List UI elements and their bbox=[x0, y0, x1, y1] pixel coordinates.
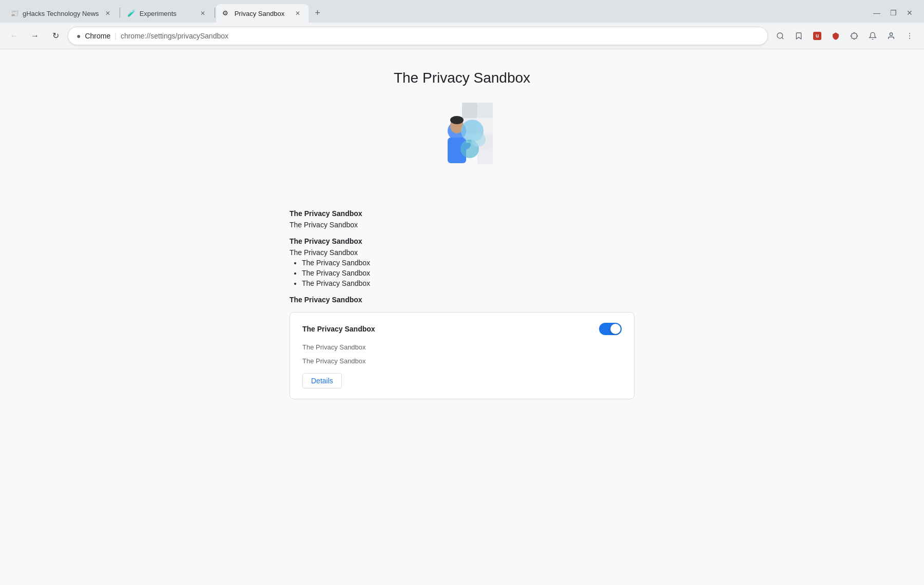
svg-rect-10 bbox=[477, 149, 493, 164]
list-item-2: The Privacy Sandbox bbox=[302, 269, 634, 277]
search-button[interactable] bbox=[772, 28, 788, 44]
details-button[interactable]: Details bbox=[302, 373, 342, 388]
reload-button[interactable]: ↻ bbox=[47, 28, 64, 44]
toolbar-icons: u bbox=[772, 28, 918, 44]
section-heading-2: The Privacy Sandbox bbox=[290, 237, 634, 245]
more-menu-button[interactable] bbox=[901, 28, 918, 44]
tab-privacy-sandbox[interactable]: ⚙ Privacy Sandbox ✕ bbox=[216, 4, 309, 23]
svg-point-3 bbox=[909, 35, 910, 36]
close-button[interactable]: ✕ bbox=[903, 7, 916, 19]
settings-card-desc-2: The Privacy Sandbox bbox=[302, 357, 622, 365]
tab-title-ghacks: gHacks Technology News bbox=[23, 10, 99, 17]
section-heading-3: The Privacy Sandbox bbox=[290, 296, 634, 304]
tab-bar: 📰 gHacks Technology News ✕ 🧪 Experiments… bbox=[0, 0, 924, 23]
tab-favicon-privacy-sandbox: ⚙ bbox=[222, 9, 230, 17]
bookmark-button[interactable] bbox=[791, 28, 807, 44]
profile-button[interactable] bbox=[883, 28, 899, 44]
privacy-sandbox-toggle[interactable] bbox=[599, 323, 622, 335]
browser-window: 📰 gHacks Technology News ✕ 🧪 Experiments… bbox=[0, 0, 924, 585]
svg-rect-6 bbox=[477, 103, 493, 118]
tab-divider-2 bbox=[215, 8, 215, 18]
settings-card-desc-1: The Privacy Sandbox bbox=[302, 343, 622, 351]
tab-ghacks[interactable]: 📰 gHacks Technology News ✕ bbox=[4, 4, 119, 23]
address-bar[interactable]: ● Chrome | chrome://settings/privacySand… bbox=[68, 27, 768, 45]
new-tab-button[interactable]: + bbox=[311, 6, 325, 20]
section-list: The Privacy Sandbox The Privacy Sandbox … bbox=[290, 259, 634, 287]
maximize-button[interactable]: ❐ bbox=[887, 7, 899, 19]
tab-close-ghacks[interactable]: ✕ bbox=[103, 9, 112, 18]
svg-point-4 bbox=[909, 37, 910, 38]
page-title: The Privacy Sandbox bbox=[290, 70, 634, 86]
list-item-3: The Privacy Sandbox bbox=[302, 279, 634, 287]
address-brand: Chrome bbox=[85, 32, 110, 40]
tab-title-experiments: Experiments bbox=[140, 10, 194, 17]
settings-page: The Privacy Sandbox bbox=[277, 49, 647, 420]
tab-close-experiments[interactable]: ✕ bbox=[198, 9, 207, 18]
forward-button[interactable]: → bbox=[27, 28, 43, 44]
settings-card-toggle-row: The Privacy Sandbox bbox=[302, 323, 622, 335]
extension-button-shield[interactable] bbox=[827, 28, 844, 44]
toggle-track bbox=[599, 323, 622, 335]
list-item-1: The Privacy Sandbox bbox=[302, 259, 634, 267]
svg-point-1 bbox=[890, 33, 892, 35]
address-separator: | bbox=[114, 32, 117, 40]
svg-point-13 bbox=[450, 116, 464, 124]
page-content: The Privacy Sandbox bbox=[0, 49, 924, 585]
extensions-button[interactable] bbox=[846, 28, 862, 44]
window-controls: — ❐ ✕ bbox=[871, 7, 920, 19]
tab-experiments[interactable]: 🧪 Experiments ✕ bbox=[121, 4, 214, 23]
section-heading-1: The Privacy Sandbox bbox=[290, 209, 634, 218]
notification-button[interactable] bbox=[864, 28, 881, 44]
svg-point-18 bbox=[471, 132, 486, 147]
ublock-button[interactable]: u bbox=[809, 28, 825, 44]
toolbar: ← → ↻ ● Chrome | chrome://settings/priva… bbox=[0, 23, 924, 49]
address-url: chrome://settings/privacySandbox bbox=[121, 32, 228, 40]
tab-divider-1 bbox=[120, 8, 120, 18]
toggle-thumb bbox=[610, 324, 621, 334]
settings-card: The Privacy Sandbox The Privacy Sandbox … bbox=[290, 312, 634, 399]
settings-card-toggle-label: The Privacy Sandbox bbox=[302, 325, 375, 333]
tab-favicon-ghacks: 📰 bbox=[10, 9, 18, 17]
tab-close-privacy-sandbox[interactable]: ✕ bbox=[293, 9, 302, 18]
svg-rect-5 bbox=[462, 103, 477, 118]
ublock-icon: u bbox=[813, 32, 821, 40]
tab-title-privacy-sandbox: Privacy Sandbox bbox=[235, 10, 289, 17]
svg-point-2 bbox=[909, 33, 910, 34]
security-icon: ● bbox=[76, 32, 81, 40]
section-text-1: The Privacy Sandbox bbox=[290, 221, 634, 229]
minimize-button[interactable]: — bbox=[871, 7, 883, 19]
privacy-sandbox-illustration bbox=[431, 103, 493, 185]
svg-point-0 bbox=[777, 33, 783, 38]
back-button[interactable]: ← bbox=[6, 28, 23, 44]
section-text-2: The Privacy Sandbox bbox=[290, 248, 634, 257]
illustration-wrapper bbox=[290, 103, 634, 185]
tab-favicon-experiments: 🧪 bbox=[127, 9, 136, 17]
